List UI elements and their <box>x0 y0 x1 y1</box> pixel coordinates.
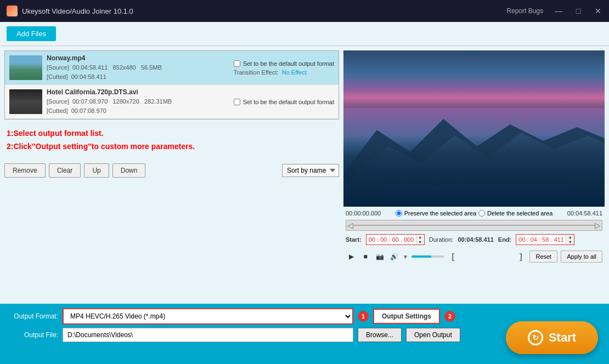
file-options: Set to be the default output format Tran… <box>234 60 334 76</box>
browse-button[interactable]: Browse... <box>358 328 402 342</box>
main-area: Norway.mp4 [Source] 00:04:58.411 852x480… <box>0 46 609 304</box>
button-bar: Remove Clear Up Down Sort by name <box>4 161 339 180</box>
delete-radio[interactable] <box>478 210 485 217</box>
source-duration: 00:04:58.411 <box>72 64 108 71</box>
output-file-label: Output File: <box>9 331 58 339</box>
svg-point-7 <box>343 179 388 196</box>
default-format-checkbox[interactable] <box>234 60 240 67</box>
source-label: [Source] <box>47 98 71 105</box>
start-spin-down[interactable]: ▼ <box>416 240 424 244</box>
minimize-button[interactable]: — <box>554 7 563 15</box>
file-name: Norway.mp4 <box>47 54 229 62</box>
preserve-label: Preserve the selected area <box>404 210 476 217</box>
video-preview <box>343 50 605 207</box>
start-time-input[interactable] <box>366 235 416 244</box>
transition-label: Transition Effect: <box>234 69 279 76</box>
start-spin-buttons: ▲ ▼ <box>416 235 424 244</box>
add-files-button[interactable]: Add Files <box>7 26 56 41</box>
app-icon <box>7 5 18 16</box>
titlebar-right: Report Bugs — □ ✕ <box>506 7 602 15</box>
default-format-checkbox[interactable] <box>234 99 240 105</box>
open-output-button[interactable]: Open Output <box>406 328 460 342</box>
titlebar-left: Ukeysoft Video/Audio Joiner 10.1.0 <box>7 5 133 16</box>
volume-icon: 🔊 <box>388 251 399 262</box>
step2-badge: 2 <box>444 311 455 322</box>
source-duration: 00:07:08.970 <box>72 98 108 105</box>
time-start-display: 00:00:00.000 <box>346 210 381 217</box>
transition-value[interactable]: No Effect <box>282 69 307 76</box>
resolution: 852x480 <box>113 64 136 71</box>
timeline-right-arrow[interactable]: ▷ <box>595 221 601 230</box>
clear-button[interactable]: Clear <box>49 163 81 178</box>
instruction-line2: 2:Click"Output setting"to custom more pa… <box>7 140 337 153</box>
file-info: Hotel California.720p.DTS.avi [Source] 0… <box>47 88 229 115</box>
play-button[interactable]: ▶ <box>346 251 357 262</box>
time-controls: Start: ▲ ▼ Duration: 00:04:58.411 End: ▲… <box>343 233 605 246</box>
default-format-label: Set to be the default output format <box>243 60 334 67</box>
end-spin-up[interactable]: ▲ <box>566 235 574 240</box>
end-spin-down[interactable]: ▼ <box>566 240 574 244</box>
app-title: Ukeysoft Video/Audio Joiner 10.1.0 <box>22 7 133 15</box>
start-label: Start <box>549 331 576 345</box>
start-button[interactable]: ↻ Start <box>506 321 598 354</box>
stop-button[interactable]: ■ <box>360 251 371 262</box>
cutted-label: [Cutted] <box>47 73 70 80</box>
remove-button[interactable]: Remove <box>4 163 46 178</box>
end-time-input-group: ▲ ▼ <box>516 234 574 245</box>
instructions: 1:Select output format list. 2:Click"Out… <box>4 123 339 158</box>
file-item[interactable]: Norway.mp4 [Source] 00:04:58.411 852x480… <box>5 51 339 85</box>
file-thumbnail <box>9 55 42 80</box>
volume-down-icon: ▼ <box>403 254 408 260</box>
maximize-button[interactable]: □ <box>574 7 583 15</box>
mark-out-button[interactable]: ] <box>515 251 526 262</box>
down-button[interactable]: Down <box>112 163 146 178</box>
up-button[interactable]: Up <box>84 163 109 178</box>
titlebar: Ukeysoft Video/Audio Joiner 10.1.0 Repor… <box>0 0 609 22</box>
file-size: 282.31MB <box>144 98 172 105</box>
file-item[interactable]: Hotel California.720p.DTS.avi [Source] 0… <box>5 85 339 119</box>
cutted-duration: 00:04:58.411 <box>71 73 106 80</box>
apply-to-all-button[interactable]: Apply to all <box>561 251 602 263</box>
output-format-label: Output Format: <box>9 312 58 320</box>
instruction-line1: 1:Select output format list. <box>7 127 337 140</box>
reset-button[interactable]: Reset <box>529 251 557 263</box>
preserve-area-row: Preserve the selected area Delete the se… <box>396 210 553 217</box>
volume-slider[interactable] <box>411 255 444 258</box>
file-thumbnail <box>9 89 42 114</box>
output-format-select[interactable]: MP4 HEVC/H.265 Video (*.mp4) <box>63 308 353 325</box>
start-spin-up[interactable]: ▲ <box>416 235 424 240</box>
timeline-line <box>353 225 595 226</box>
sort-select[interactable]: Sort by name <box>282 164 339 177</box>
toolbar: Add Files <box>0 22 609 46</box>
bottom-bar: Output Format: MP4 HEVC/H.265 Video (*.m… <box>0 304 609 364</box>
svg-rect-0 <box>343 108 605 207</box>
transition-row: Transition Effect: No Effect <box>234 69 307 76</box>
output-settings-button[interactable]: Output Settings <box>373 309 440 324</box>
duration-label: Duration: <box>429 236 454 243</box>
mountain-graphic <box>343 108 605 207</box>
delete-label: Delete the selected area <box>487 210 552 217</box>
file-options: Set to be the default output format <box>234 99 334 105</box>
file-meta: [Source] 00:04:58.411 852x480 56.5MB [Cu… <box>47 63 229 81</box>
file-meta: [Source] 00:07:08.970 1280x720 282.31MB … <box>47 97 229 115</box>
output-file-input[interactable] <box>63 328 353 342</box>
svg-marker-2 <box>343 133 605 207</box>
default-format-label: Set to be the default output format <box>243 99 334 105</box>
close-button[interactable]: ✕ <box>594 7 602 15</box>
file-size: 56.5MB <box>141 64 162 71</box>
end-time-input[interactable] <box>516 235 566 244</box>
end-spin-buttons: ▲ ▼ <box>566 235 574 244</box>
screenshot-button[interactable]: 📷 <box>374 251 385 262</box>
mark-in-button[interactable]: [ <box>448 251 459 262</box>
time-display-row: 00:00:00.000 Preserve the selected area … <box>343 209 605 218</box>
source-label: [Source] <box>47 64 71 71</box>
report-bugs-link[interactable]: Report Bugs <box>506 7 543 15</box>
preserve-radio[interactable] <box>396 210 402 217</box>
timeline-bar[interactable]: ◁ ▷ <box>346 220 602 231</box>
default-format-row: Set to be the default output format <box>234 60 334 67</box>
time-end-display: 00:04:58.411 <box>567 210 602 217</box>
playback-controls: ▶ ■ 📷 🔊 ▼ [ ] Reset Apply to all <box>343 248 605 265</box>
cutted-duration: 00:07:08.970 <box>71 107 106 114</box>
right-panel: 00:00:00.000 Preserve the selected area … <box>343 50 605 299</box>
start-time-input-group: ▲ ▼ <box>366 234 425 245</box>
